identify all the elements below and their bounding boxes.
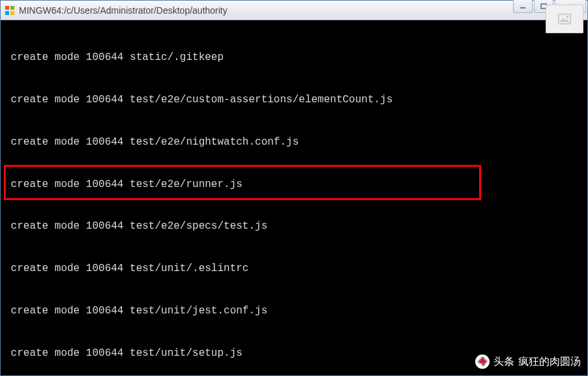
output-line: create mode 100644 test/unit/.eslintrc: [5, 262, 583, 276]
watermark-source: 头条: [493, 355, 514, 369]
svg-rect-2: [5, 11, 9, 15]
svg-marker-9: [560, 18, 570, 22]
terminal-body[interactable]: create mode 100644 static/.gitkeep creat…: [1, 20, 587, 375]
output-line: create mode 100644 static/.gitkeep: [5, 51, 583, 65]
app-icon: [5, 5, 15, 16]
output-line: create mode 100644 test/e2e/custom-asser…: [5, 93, 583, 108]
watermark-image-icon: [546, 5, 583, 33]
svg-rect-0: [5, 6, 9, 10]
svg-rect-1: [10, 6, 14, 10]
minimize-button[interactable]: [513, 0, 533, 13]
terminal-window: MINGW64:/c/Users/Administrator/Desktop/a…: [0, 0, 588, 376]
toutiao-logo-icon: 今: [475, 354, 490, 369]
titlebar[interactable]: MINGW64:/c/Users/Administrator/Desktop/a…: [1, 1, 587, 20]
watermark-attribution: 今 头条 疯狂的肉圆汤: [475, 354, 581, 369]
output-line: create mode 100644 test/e2e/specs/test.j…: [5, 220, 583, 234]
window-title: MINGW64:/c/Users/Administrator/Desktop/a…: [19, 5, 583, 16]
output-line: create mode 100644 test/e2e/nightwatch.c…: [5, 136, 583, 150]
svg-point-10: [566, 16, 568, 18]
svg-rect-3: [10, 11, 14, 15]
svg-rect-8: [559, 14, 570, 24]
watermark-author: 疯狂的肉圆汤: [518, 355, 581, 369]
output-line: create mode 100644 test/unit/jest.conf.j…: [5, 304, 583, 319]
output-line: create mode 100644 test/e2e/runner.js: [5, 178, 583, 192]
